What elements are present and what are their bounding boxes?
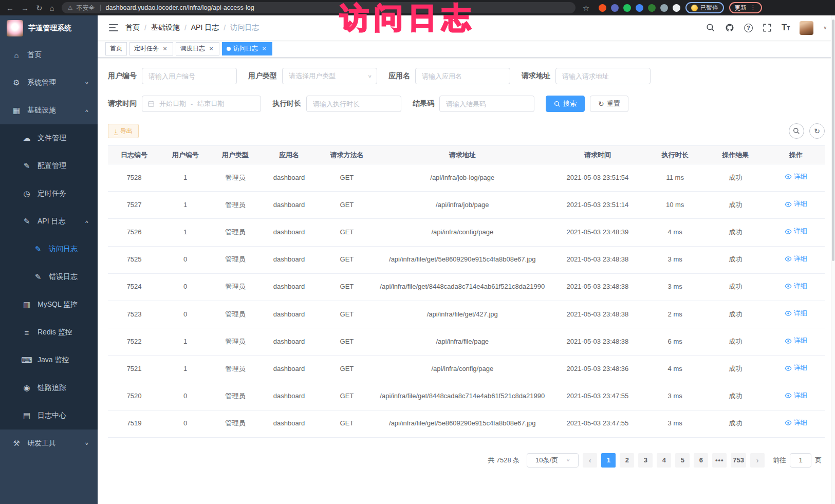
detail-link[interactable]: 详细: [785, 199, 807, 210]
table-row: 75200管理员dashboardGET/api/infra/file/get/…: [108, 383, 825, 410]
page-button-753[interactable]: 753: [731, 453, 746, 468]
table-cell: GET: [318, 410, 376, 437]
search-button[interactable]: 搜索: [546, 96, 585, 112]
user-avatar[interactable]: [800, 21, 813, 35]
github-icon[interactable]: [725, 23, 734, 32]
detail-link[interactable]: 详细: [785, 254, 807, 265]
scrollbar-thumb[interactable]: [832, 20, 834, 261]
breadcrumb-item[interactable]: 基础设施: [151, 23, 180, 32]
table-cell: 详细: [767, 301, 825, 328]
user-id-input[interactable]: [142, 68, 237, 84]
tab-item[interactable]: 调度日志×: [176, 42, 219, 55]
goto-page-input[interactable]: [790, 453, 811, 468]
next-page-button[interactable]: ›: [750, 453, 765, 468]
table-cell: GET: [318, 356, 376, 383]
extension-icon-gray[interactable]: [660, 4, 668, 12]
extension-icon-blue[interactable]: [636, 4, 643, 12]
browser-back-button[interactable]: ←: [6, 4, 14, 12]
tab-item[interactable]: 定时任务×: [129, 42, 173, 55]
search-icon[interactable]: [706, 23, 715, 32]
extension-icon-orange[interactable]: [599, 4, 606, 12]
browser-forward-button[interactable]: →: [21, 4, 29, 12]
breadcrumb-item[interactable]: API 日志: [191, 23, 219, 32]
bookmark-star-icon[interactable]: ☆: [583, 4, 589, 12]
extension-icon-purple-shield[interactable]: [611, 4, 619, 12]
sidebar-item-log-center[interactable]: ▤日志中心: [0, 402, 98, 430]
font-size-icon[interactable]: TT: [782, 23, 790, 33]
app-name-input[interactable]: [415, 68, 510, 84]
page-button-2[interactable]: 2: [620, 453, 634, 468]
refresh-table-button[interactable]: ↻: [809, 123, 825, 139]
detail-link[interactable]: 详细: [785, 418, 807, 428]
sidebar-item-java[interactable]: ⌨Java 监控: [0, 346, 98, 374]
hamburger-icon[interactable]: [109, 24, 118, 31]
sidebar-item-infra[interactable]: ▦基础设施∧: [0, 97, 98, 124]
detail-link[interactable]: 详细: [785, 308, 807, 319]
page-button-5[interactable]: 5: [675, 453, 690, 468]
user-type-select[interactable]: 请选择用户类型 ∨: [282, 68, 377, 84]
tab-close-icon[interactable]: ×: [261, 45, 268, 52]
table-cell: GET: [318, 219, 376, 246]
sidebar-item-dev-tools[interactable]: ⚒研发工具∨: [0, 430, 98, 457]
sidebar-item-error-log[interactable]: ✎错误日志: [0, 263, 98, 291]
window-scrollbar[interactable]: [831, 15, 835, 504]
request-time-range-picker[interactable]: 开始日期 - 结束日期: [142, 96, 261, 112]
tab-active[interactable]: 访问日志×: [222, 42, 272, 55]
table-cell: 管理员: [210, 273, 260, 301]
result-code-input[interactable]: [439, 96, 534, 112]
table-cell: /api/infra/file/get/5e8609290e915c4fa8b0…: [376, 410, 549, 437]
prev-page-button[interactable]: ‹: [583, 453, 597, 468]
detail-link[interactable]: 详细: [785, 226, 807, 237]
fullscreen-icon[interactable]: [763, 23, 772, 32]
table-cell: 2021-05-03 23:51:54: [549, 164, 646, 192]
sidebar-item-mysql[interactable]: ▥MySQL 监控: [0, 291, 98, 319]
page-button-4[interactable]: 4: [657, 453, 671, 468]
page-button-6[interactable]: 6: [694, 453, 708, 468]
sidebar-item-config[interactable]: ✎配置管理: [0, 152, 98, 180]
detail-link[interactable]: 详细: [785, 390, 807, 401]
extension-icon-green-circle[interactable]: [623, 4, 631, 12]
page-button-1[interactable]: 1: [601, 453, 616, 468]
detail-link[interactable]: 详细: [785, 335, 807, 346]
table-cell: 4 ms: [646, 356, 703, 383]
page-size-select[interactable]: 10条/页∨: [527, 453, 579, 468]
extension-icon-dark-green[interactable]: [648, 4, 656, 12]
tab-close-icon[interactable]: ×: [161, 45, 169, 52]
sidebar-item-api-log[interactable]: ✎API 日志∧: [0, 208, 98, 235]
more-pages-icon[interactable]: •••: [712, 453, 727, 468]
column-header: 用户编号: [160, 146, 210, 164]
sidebar-item-access-log[interactable]: ✎访问日志: [0, 235, 98, 263]
browser-address-bar[interactable]: ⚠ 不安全 dashboard.yudao.iocoder.cn/infra/l…: [62, 2, 576, 13]
toggle-search-form-button[interactable]: [789, 123, 804, 139]
detail-link[interactable]: 详细: [785, 363, 807, 374]
browser-update-button[interactable]: 更新 ⋮: [729, 2, 762, 13]
sidebar-item-job[interactable]: ◷定时任务: [0, 180, 98, 208]
sidebar-item-trace[interactable]: ◉链路追踪: [0, 374, 98, 402]
export-button[interactable]: ↓ 导出: [108, 124, 139, 138]
browser-reload-button[interactable]: ↻: [36, 4, 43, 12]
sidebar-item-redis[interactable]: ≡Redis 监控: [0, 319, 98, 346]
sidebar-item-system[interactable]: ⚙系统管理∨: [0, 69, 98, 97]
sidebar-logo-row[interactable]: 芋道管理系统: [0, 15, 98, 41]
avatar-caret-down-icon[interactable]: ∨: [823, 25, 827, 30]
tab-item[interactable]: 首页: [105, 42, 127, 55]
browser-profile-chip[interactable]: 已暂停: [685, 2, 724, 13]
tab-close-icon[interactable]: ×: [208, 45, 215, 52]
breadcrumb-item[interactable]: 首页: [125, 23, 140, 32]
reset-button[interactable]: ↻ 重置: [590, 96, 628, 112]
table-cell: GET: [318, 383, 376, 410]
help-icon[interactable]: ?: [744, 24, 753, 32]
request-url-input[interactable]: [555, 68, 651, 84]
detail-link[interactable]: 详细: [785, 281, 807, 292]
trace-eye-icon: ◉: [21, 383, 33, 393]
sidebar-item-home[interactable]: ⌂首页: [0, 41, 98, 69]
table-cell: GET: [318, 301, 376, 328]
detail-link[interactable]: 详细: [785, 172, 807, 182]
extension-icon-white[interactable]: [673, 4, 680, 12]
browser-home-button[interactable]: ⌂: [50, 4, 54, 12]
page-button-3[interactable]: 3: [638, 453, 653, 468]
duration-input[interactable]: [306, 96, 401, 112]
browser-menu-dots-icon[interactable]: ⋮: [750, 4, 756, 11]
eye-icon: [785, 338, 792, 345]
sidebar-item-file[interactable]: ☁文件管理: [0, 124, 98, 152]
